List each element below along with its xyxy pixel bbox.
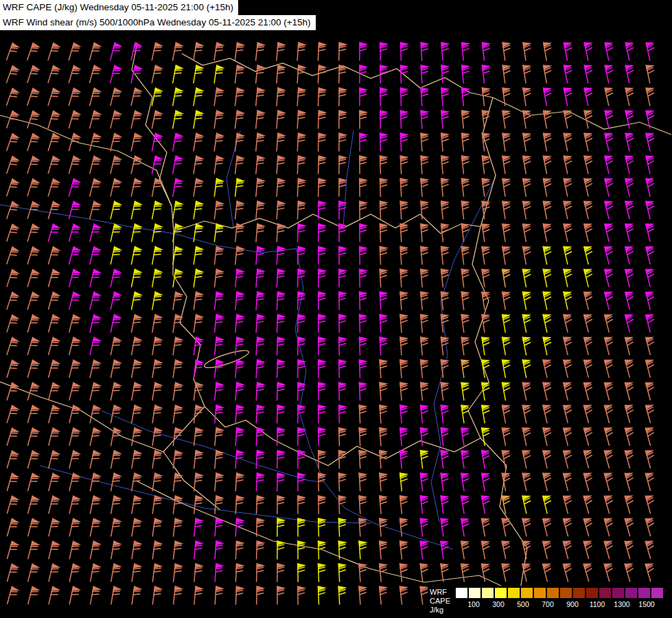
- wind-barb: [297, 43, 305, 61]
- wind-barb: [482, 87, 491, 106]
- wind-barb: [257, 496, 264, 514]
- wind-barb: [482, 382, 491, 400]
- wind-barb: [27, 360, 38, 380]
- wind-barb: [132, 473, 141, 492]
- wind-barb: [194, 428, 202, 446]
- legend-swatch: [612, 587, 625, 599]
- wind-barb: [400, 111, 408, 128]
- wind-barb: [359, 472, 367, 491]
- wind-barb: [298, 496, 305, 514]
- wind-barb: [461, 450, 470, 468]
- wind-barb: [131, 65, 141, 84]
- wind-barb: [522, 494, 533, 513]
- wind-barb: [543, 200, 553, 218]
- wind-barb: [421, 382, 429, 400]
- wind-barb: [441, 110, 450, 128]
- wind-barb: [380, 292, 387, 310]
- wind-barb: [49, 360, 60, 379]
- wind-barb: [257, 564, 264, 582]
- wind-barb: [132, 564, 141, 582]
- wind-barb: [339, 247, 346, 264]
- wind-barb: [235, 65, 244, 84]
- wind-barb: [483, 65, 491, 83]
- wind-barb: [318, 518, 325, 536]
- wind-barb: [69, 496, 80, 514]
- wind-barb: [420, 563, 429, 582]
- wind-barb: [646, 426, 657, 446]
- wind-barb: [132, 450, 141, 469]
- wind-barb: [646, 132, 656, 150]
- wind-barb: [69, 337, 80, 356]
- wind-barb: [441, 155, 450, 174]
- wind-barb: [235, 179, 244, 197]
- wind-barb: [380, 450, 387, 468]
- wind-barb: [277, 450, 284, 468]
- wind-barb: [194, 133, 202, 152]
- wind-barb: [584, 154, 594, 173]
- wind-barb: [90, 382, 100, 401]
- wind-barb: [194, 156, 202, 174]
- wind-barb: [339, 405, 346, 423]
- weather-map: WRF CAPE (J/kg) Wednesday 05-11-2025 21:…: [0, 0, 672, 618]
- wind-barb: [111, 269, 121, 288]
- wind-barb: [543, 358, 553, 377]
- wind-barb: [48, 111, 60, 130]
- wind-barb: [318, 43, 325, 60]
- wind-barb: [584, 290, 595, 310]
- title-overlay: WRF CAPE (J/kg) Wednesday 05-11-2025 21:…: [0, 0, 316, 30]
- wind-barb: [28, 496, 39, 515]
- wind-barb: [7, 428, 19, 448]
- wind-barb: [27, 134, 39, 153]
- wind-barb: [461, 427, 470, 446]
- wind-barb: [257, 518, 264, 536]
- wind-barb: [69, 586, 80, 605]
- wind-barb: [584, 132, 594, 150]
- wind-barb: [111, 564, 121, 582]
- wind-barb: [441, 359, 450, 378]
- wind-barb: [132, 405, 141, 424]
- wind-barb: [235, 564, 243, 582]
- wind-barb: [256, 292, 264, 310]
- wind-barb: [298, 450, 305, 468]
- wind-barb: [359, 382, 367, 400]
- wind-barb: [502, 291, 512, 310]
- wind-barb: [522, 472, 533, 490]
- wind-barb: [380, 336, 387, 355]
- wind-barb: [318, 314, 325, 332]
- wind-barb: [194, 269, 202, 288]
- wind-barb: [49, 428, 60, 447]
- wind-barb: [91, 564, 100, 582]
- wind-barb: [564, 132, 574, 150]
- wind-barb: [173, 111, 183, 129]
- wind-barb: [339, 382, 346, 400]
- wind-barb: [298, 314, 305, 332]
- wind-barb: [400, 563, 408, 582]
- wind-barb: [174, 518, 182, 537]
- wind-barb: [544, 109, 553, 128]
- wind-barb: [90, 314, 100, 333]
- wind-barb: [28, 473, 39, 492]
- wind-barb: [625, 517, 636, 536]
- wind-barb: [69, 179, 80, 198]
- wind-barb: [380, 269, 387, 287]
- wind-barb: [421, 223, 429, 242]
- wind-barb: [584, 381, 595, 400]
- wind-barb: [297, 156, 305, 174]
- wind-barb: [564, 517, 575, 536]
- wind-barb: [27, 315, 38, 334]
- wind-barb: [8, 586, 19, 606]
- wind-barb: [235, 224, 244, 242]
- wind-barb: [298, 541, 305, 559]
- wind-barb: [339, 201, 346, 219]
- legend-scale: 100300500700900110013001500: [455, 587, 664, 608]
- wind-barb: [564, 404, 575, 423]
- wind-barb: [111, 428, 121, 446]
- wind-barb: [338, 564, 346, 582]
- wind-barb: [215, 496, 223, 514]
- wind-barb: [543, 517, 554, 536]
- wind-barb: [605, 87, 615, 105]
- wind-barb: [214, 43, 223, 61]
- wind-barb: [111, 156, 121, 174]
- wind-barb: [28, 586, 39, 606]
- wind-barb: [400, 268, 408, 287]
